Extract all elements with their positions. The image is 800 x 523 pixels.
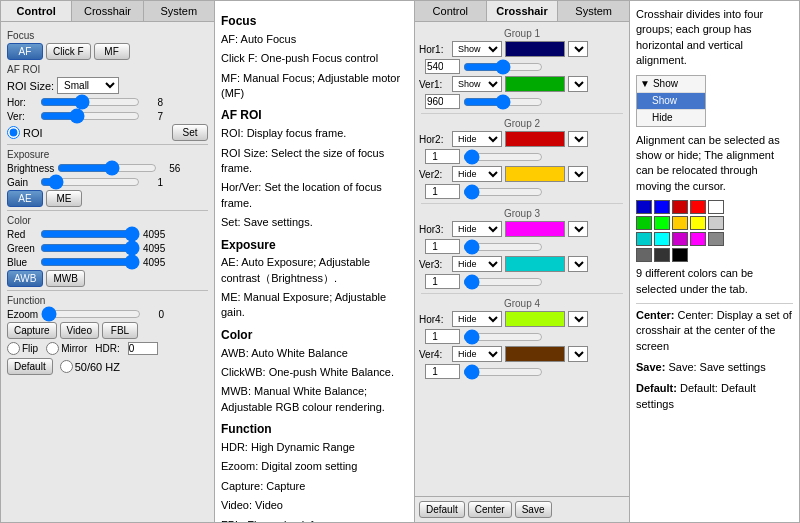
tab-control-left[interactable]: Control (1, 1, 72, 21)
roi-size-select[interactable]: SmallMediumLarge (57, 77, 119, 94)
default-button-left[interactable]: Default (7, 358, 53, 375)
color-cell-6[interactable] (654, 216, 670, 230)
tab-crosshair-right[interactable]: Crosshair (487, 1, 559, 21)
ver1-select[interactable]: ShowHide (452, 76, 502, 92)
color-cell-1[interactable] (654, 200, 670, 214)
hor4-color[interactable] (505, 311, 565, 327)
save-button[interactable]: Save (515, 501, 552, 518)
color-cell-7[interactable] (672, 216, 688, 230)
hor1-num-slider[interactable] (463, 62, 543, 72)
video-button[interactable]: Video (60, 322, 99, 339)
hor3-num-input[interactable] (425, 239, 460, 254)
hor2-color[interactable] (505, 131, 565, 147)
ver3-color[interactable] (505, 256, 565, 272)
show-hide-item-2[interactable]: Hide (637, 110, 705, 126)
color-cell-12[interactable] (672, 232, 688, 246)
hdr-input[interactable] (128, 342, 158, 355)
show-hide-item-1[interactable]: Show (637, 93, 705, 110)
ver3-num-input[interactable] (425, 274, 460, 289)
default-button-right[interactable]: Default (419, 501, 465, 518)
hor1-select[interactable]: ShowHide (452, 41, 502, 57)
color-cell-0[interactable] (636, 200, 652, 214)
clickf-button[interactable]: Click F (46, 43, 91, 60)
ezoom-row: Ezoom 0 (7, 308, 208, 320)
fbl-button[interactable]: FBL (102, 322, 138, 339)
hor3-num-row (419, 239, 625, 254)
ver1-extra-select[interactable]: ▼ (568, 76, 588, 92)
hor3-extra-select[interactable]: ▼ (568, 221, 588, 237)
color-cell-3[interactable] (690, 200, 706, 214)
ver2-num-slider[interactable] (463, 187, 543, 197)
color-cell-8[interactable] (690, 216, 706, 230)
ver4-num-slider[interactable] (463, 367, 543, 377)
hor2-num-slider[interactable] (463, 152, 543, 162)
color-cell-2[interactable] (672, 200, 688, 214)
hor3-color[interactable] (505, 221, 565, 237)
ver2-num-input[interactable] (425, 184, 460, 199)
ver1-num-slider[interactable] (463, 97, 543, 107)
hor4-num-input[interactable] (425, 329, 460, 344)
tab-crosshair-left[interactable]: Crosshair (72, 1, 143, 21)
ver4-select[interactable]: ShowHide (452, 346, 502, 362)
awb-button[interactable]: AWB (7, 270, 43, 287)
color-cell-15[interactable] (636, 248, 652, 262)
mirror-label: Mirror (61, 343, 87, 354)
ae-button[interactable]: AE (7, 190, 43, 207)
ver3-num-slider[interactable] (463, 277, 543, 287)
color-cell-16[interactable] (654, 248, 670, 262)
hor4-extra-select[interactable]: ▼ (568, 311, 588, 327)
ver2-select[interactable]: ShowHide (452, 166, 502, 182)
me-button[interactable]: ME (46, 190, 82, 207)
color-cell-13[interactable] (690, 232, 706, 246)
tab-system-right[interactable]: System (558, 1, 629, 21)
center-button[interactable]: Center (468, 501, 512, 518)
tab-system-left[interactable]: System (144, 1, 214, 21)
ver1-num-input[interactable] (425, 94, 460, 109)
gain-slider[interactable] (40, 176, 140, 188)
color-cell-17[interactable] (672, 248, 688, 262)
color-cell-9[interactable] (708, 216, 724, 230)
ver1-color[interactable] (505, 76, 565, 92)
hor2-extra-select[interactable]: ▼ (568, 131, 588, 147)
hor4-select[interactable]: ShowHide (452, 311, 502, 327)
color-cell-14[interactable] (708, 232, 724, 246)
ver4-extra-select[interactable]: ▼ (568, 346, 588, 362)
ver3-extra-select[interactable]: ▼ (568, 256, 588, 272)
hdr-label: HDR: (95, 343, 119, 354)
mwb-button[interactable]: MWB (46, 270, 84, 287)
ver4-num-input[interactable] (425, 364, 460, 379)
hor-slider[interactable] (40, 96, 140, 108)
hor4-num-slider[interactable] (463, 332, 543, 342)
mirror-radio[interactable] (46, 342, 59, 355)
color-cell-11[interactable] (654, 232, 670, 246)
ver2-extra-select[interactable]: ▼ (568, 166, 588, 182)
hor3-num-slider[interactable] (463, 242, 543, 252)
ezoom-slider[interactable] (41, 308, 141, 320)
set-button[interactable]: Set (172, 124, 208, 141)
ver-slider[interactable] (40, 110, 140, 122)
color-cell-10[interactable] (636, 232, 652, 246)
ver4-color[interactable] (505, 346, 565, 362)
mf-button[interactable]: MF (94, 43, 130, 60)
show-hide-item-0[interactable]: ▼ Show (637, 76, 705, 93)
ver2-color[interactable] (505, 166, 565, 182)
brightness-slider[interactable] (57, 162, 157, 174)
ver3-select[interactable]: ShowHide (452, 256, 502, 272)
color-cell-4[interactable] (708, 200, 724, 214)
tab-control-right[interactable]: Control (415, 1, 487, 21)
roi-radio[interactable] (7, 126, 20, 139)
hor2-num-input[interactable] (425, 149, 460, 164)
hor3-select[interactable]: ShowHide (452, 221, 502, 237)
hor2-select[interactable]: ShowHide (452, 131, 502, 147)
capture-button[interactable]: Capture (7, 322, 57, 339)
blue-slider[interactable] (40, 256, 140, 268)
green-slider[interactable] (40, 242, 140, 254)
hor1-color[interactable] (505, 41, 565, 57)
color-cell-5[interactable] (636, 216, 652, 230)
hor1-extra-select[interactable]: ▼ (568, 41, 588, 57)
flip-radio[interactable] (7, 342, 20, 355)
af-button[interactable]: AF (7, 43, 43, 60)
hor1-num-input[interactable] (425, 59, 460, 74)
hz-radio[interactable] (60, 360, 73, 373)
red-slider[interactable] (40, 228, 140, 240)
